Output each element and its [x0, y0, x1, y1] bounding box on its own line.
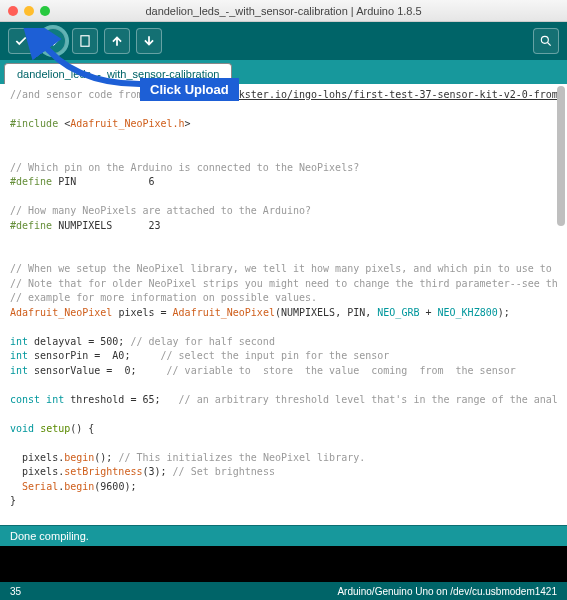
maximize-icon[interactable]: [40, 6, 50, 16]
console-panel[interactable]: [0, 546, 567, 582]
serial-monitor-button[interactable]: [533, 28, 559, 54]
toolbar: [0, 22, 567, 60]
arrow-up-icon: [110, 34, 124, 48]
arrow-down-icon: [142, 34, 156, 48]
minimize-icon[interactable]: [24, 6, 34, 16]
cursor-line: 35: [10, 586, 21, 597]
annotation-label: Click Upload: [140, 78, 239, 101]
file-icon: [78, 34, 92, 48]
code-text: //and sensor code from https://www.hacks…: [10, 88, 557, 521]
check-icon: [14, 34, 28, 48]
open-button[interactable]: [104, 28, 130, 54]
window-titlebar: dandelion_leds_-_with_sensor-calibration…: [0, 0, 567, 22]
scrollbar-thumb[interactable]: [557, 86, 565, 226]
code-editor[interactable]: //and sensor code from https://www.hacks…: [0, 84, 567, 525]
traffic-lights: [8, 6, 50, 16]
window-title: dandelion_leds_-_with_sensor-calibration…: [0, 5, 567, 17]
save-button[interactable]: [136, 28, 162, 54]
footer-bar: 35 Arduino/Genuino Uno on /dev/cu.usbmod…: [0, 582, 567, 600]
svg-rect-0: [81, 36, 89, 47]
scrollbar[interactable]: [557, 86, 565, 523]
tab-bar: dandelion_leds_-_with_sensor-calibration: [0, 60, 567, 84]
board-port: Arduino/Genuino Uno on /dev/cu.usbmodem1…: [337, 586, 557, 597]
close-icon[interactable]: [8, 6, 18, 16]
magnify-icon: [539, 34, 553, 48]
upload-button[interactable]: [40, 28, 66, 54]
svg-point-1: [541, 36, 548, 43]
verify-button[interactable]: [8, 28, 34, 54]
new-button[interactable]: [72, 28, 98, 54]
arrow-right-icon: [46, 34, 60, 48]
status-message: Done compiling.: [0, 525, 567, 546]
